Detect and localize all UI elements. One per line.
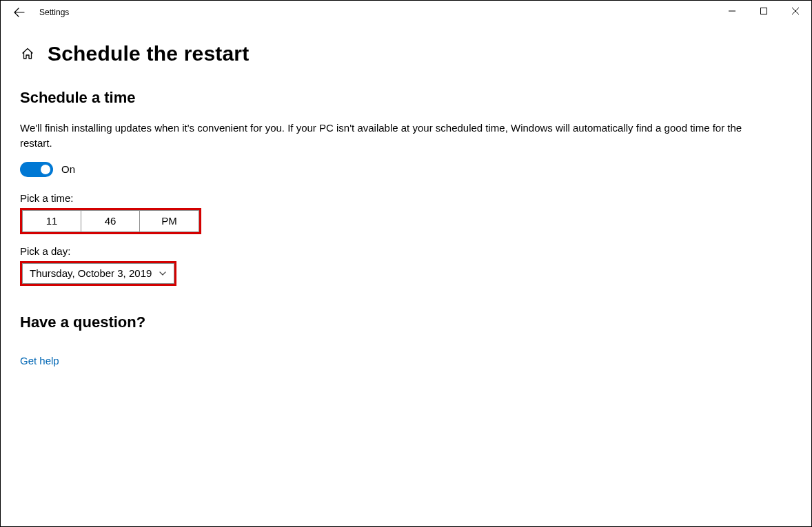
titlebar-left: Settings <box>1 1 69 19</box>
arrow-left-icon <box>14 7 25 18</box>
time-hour[interactable]: 11 <box>23 211 81 231</box>
section-heading-help: Have a question? <box>20 313 792 331</box>
schedule-description: We'll finish installing updates when it'… <box>20 121 764 151</box>
pick-day-label: Pick a day: <box>20 245 792 257</box>
home-icon[interactable] <box>20 46 35 61</box>
svg-rect-0 <box>761 8 767 14</box>
time-minute[interactable]: 46 <box>81 211 140 231</box>
section-heading-schedule: Schedule a time <box>20 89 792 107</box>
content: Schedule the restart Schedule a time We'… <box>1 24 811 367</box>
page-title: Schedule the restart <box>48 42 249 65</box>
titlebar: Settings <box>1 1 811 24</box>
close-icon <box>792 8 799 14</box>
maximize-button[interactable] <box>748 1 780 21</box>
page-header: Schedule the restart <box>20 42 792 65</box>
day-value: Thursday, October 3, 2019 <box>30 267 152 279</box>
minimize-button[interactable] <box>716 1 748 21</box>
toggle-knob <box>41 165 50 174</box>
close-button[interactable] <box>780 1 811 21</box>
time-picker[interactable]: 11 46 PM <box>22 210 199 232</box>
time-period[interactable]: PM <box>140 211 199 231</box>
maximize-icon <box>760 8 767 14</box>
time-highlight: 11 46 PM <box>20 208 201 234</box>
schedule-toggle-label: On <box>61 163 75 175</box>
minimize-icon <box>729 8 735 14</box>
chevron-down-icon <box>159 269 167 278</box>
window-title: Settings <box>39 8 69 17</box>
window-controls <box>716 1 811 21</box>
pick-time-label: Pick a time: <box>20 192 792 204</box>
schedule-toggle[interactable] <box>20 162 53 177</box>
day-picker[interactable]: Thursday, October 3, 2019 <box>22 263 174 284</box>
back-button[interactable] <box>13 6 26 19</box>
day-highlight: Thursday, October 3, 2019 <box>20 261 176 286</box>
schedule-toggle-row: On <box>20 162 792 177</box>
get-help-link[interactable]: Get help <box>20 355 59 366</box>
